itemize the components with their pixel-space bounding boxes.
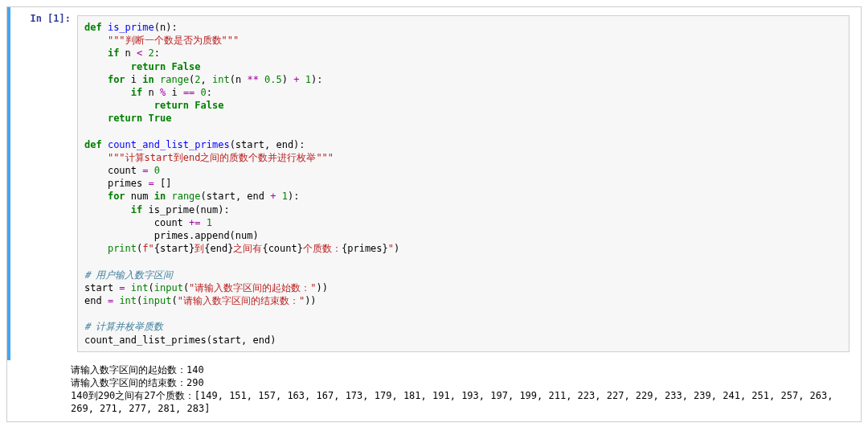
op: =	[142, 165, 148, 176]
bi-int: int	[131, 282, 149, 293]
output-line: 请输入数字区间的起始数：140	[71, 364, 204, 375]
var: end	[84, 295, 102, 306]
bi-print: print	[108, 243, 137, 254]
comment: # 计算并枚举质数	[84, 321, 163, 332]
code-box[interactable]: def is_prime(n): """判断一个数是否为质数""" if n <…	[77, 15, 850, 352]
bi-input: input	[142, 295, 171, 306]
interp: {start}	[154, 243, 195, 254]
bi-int: int	[212, 74, 230, 85]
fn-name: is_prime	[108, 22, 154, 33]
var: n	[125, 47, 131, 59]
var: start	[84, 282, 113, 293]
kw-for: for	[108, 191, 125, 202]
fstr: f"	[142, 243, 154, 254]
code: (n):	[154, 22, 178, 33]
colon: :	[154, 47, 160, 59]
bi-int: int	[119, 295, 137, 306]
num: 2	[149, 47, 154, 59]
output-text: 请输入数字区间的起始数：140 请输入数字区间的结束数：290 140到290之…	[71, 360, 861, 422]
var: i	[171, 87, 177, 98]
kw-if: if	[131, 87, 142, 98]
bi-input: input	[154, 282, 183, 293]
num: 0	[201, 87, 207, 98]
colon: ):	[288, 191, 299, 202]
op: +	[293, 74, 299, 85]
op: =	[119, 282, 125, 293]
brackets: []	[160, 178, 171, 189]
op: =	[108, 295, 113, 306]
kw-false: False	[171, 61, 200, 72]
interp: {primes}	[342, 243, 388, 254]
kw-return: return	[131, 61, 166, 72]
str: 之间有	[233, 243, 262, 254]
kw-true: True	[149, 113, 172, 124]
op: **	[247, 74, 258, 85]
op: +=	[189, 217, 200, 228]
docstring: """判断一个数是否为质数"""	[108, 35, 239, 46]
var: count	[108, 165, 137, 176]
input-area: In [1]: def is_prime(n): """判断一个数是否为质数""…	[7, 7, 861, 360]
bi-range: range	[160, 74, 189, 85]
num: 1	[207, 217, 212, 228]
output-area: 请输入数字区间的起始数：140 请输入数字区间的结束数：290 140到290之…	[7, 360, 861, 422]
input-prompt: In [1]:	[10, 7, 77, 360]
kw-return: return	[154, 100, 189, 111]
num: 2	[194, 74, 200, 85]
var: count	[154, 217, 183, 228]
bi-range: range	[171, 191, 200, 202]
var: n	[235, 74, 241, 85]
num: 1	[305, 74, 311, 85]
num: 0	[154, 165, 160, 176]
kw-false: False	[194, 100, 223, 111]
output-line: 请输入数字区间的结束数：290	[71, 377, 204, 388]
notebook-cell: In [1]: def is_prime(n): """判断一个数是否为质数""…	[6, 6, 862, 422]
interp: {count}	[262, 243, 303, 254]
code: (start, end):	[230, 139, 305, 150]
code-block[interactable]: def is_prime(n): """判断一个数是否为质数""" if n <…	[84, 21, 842, 347]
kw-in: in	[142, 74, 154, 85]
code-column: def is_prime(n): """判断一个数是否为质数""" if n <…	[77, 7, 861, 360]
str: "请输入数字区间的结束数："	[178, 295, 305, 306]
str: 到	[194, 243, 204, 254]
comment: # 用户输入数字区间	[84, 269, 173, 281]
interp: {end}	[204, 243, 233, 254]
kw-return: return	[108, 113, 142, 124]
code: count_and_list_primes(start, end)	[84, 334, 276, 346]
num: 0.5	[264, 74, 282, 85]
str: 个质数：	[303, 243, 342, 254]
colon: :	[317, 74, 322, 85]
var: i	[131, 74, 137, 85]
fstr-end: "	[388, 243, 394, 254]
colon: :	[207, 87, 212, 98]
kw-if: if	[131, 204, 142, 215]
output-line: 140到290之间有27个质数：[149, 151, 157, 163, 167…	[71, 390, 839, 414]
call: is_prime(num):	[148, 204, 229, 215]
op: ==	[183, 87, 194, 98]
str: "请输入数字区间的起始数："	[189, 282, 316, 293]
kw-if: if	[108, 47, 119, 59]
docstring: """计算start到end之间的质数个数并进行枚举"""	[108, 152, 334, 163]
fn-name: count_and_list_primes	[108, 139, 230, 150]
var: primes	[108, 178, 142, 189]
op: +	[270, 191, 276, 202]
var: num	[131, 191, 149, 202]
kw-def: def	[84, 22, 102, 33]
kw-in: in	[154, 191, 166, 202]
kw-for: for	[108, 74, 125, 85]
code: primes.append(num)	[154, 230, 259, 241]
op: =	[149, 178, 154, 189]
op: <	[137, 47, 142, 59]
var: n	[148, 87, 154, 98]
kw-def: def	[84, 139, 102, 150]
num: 1	[282, 191, 288, 202]
args: (start, end	[201, 191, 271, 202]
op: %	[160, 87, 166, 98]
